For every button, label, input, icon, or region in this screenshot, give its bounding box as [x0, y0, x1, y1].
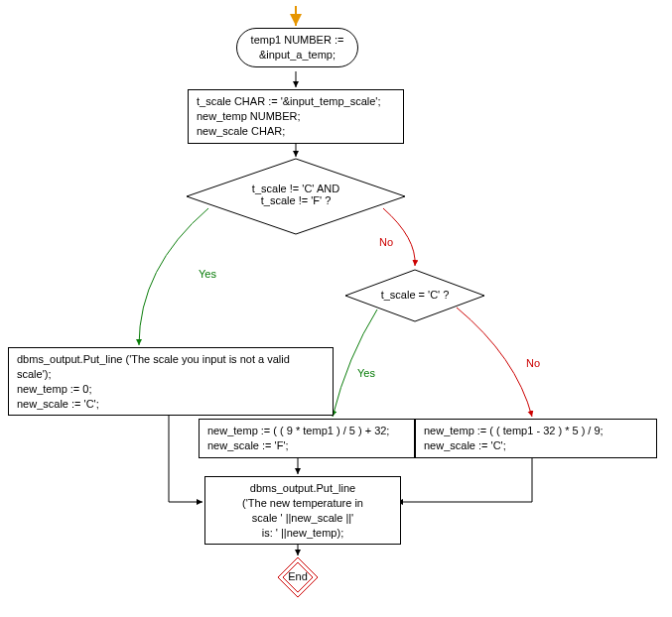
node-declarations: t_scale CHAR := '&input_temp_scale'; new… [188, 89, 404, 144]
node-condition-scale-valid: t_scale != 'C' AND t_scale != 'F' ? [230, 183, 361, 206]
edge-label-no: No [526, 357, 540, 369]
node-end: End [287, 570, 309, 582]
edge-label-no: No [379, 236, 393, 248]
node-text: new_temp := ( ( 9 * temp1 ) / 5 ) + 32; … [207, 425, 389, 451]
node-text: new_temp := ( ( temp1 - 32 ) * 5 ) / 9; … [424, 425, 604, 451]
node-start-declaration: temp1 NUMBER := &input_a_temp; [236, 28, 358, 67]
node-text: temp1 NUMBER := &input_a_temp; [251, 34, 344, 61]
node-condition-is-celsius: t_scale = 'C' ? [369, 289, 461, 301]
edge-label-yes: Yes [199, 268, 216, 280]
node-convert-c-to-f: new_temp := ( ( 9 * temp1 ) / 5 ) + 32; … [199, 419, 415, 458]
node-convert-f-to-c: new_temp := ( ( temp1 - 32 ) * 5 ) / 9; … [415, 419, 657, 458]
node-output: dbms_output.Put_line ('The new temperatu… [204, 476, 401, 545]
node-text: t_scale = 'C' ? [381, 289, 450, 301]
node-text: t_scale CHAR := '&input_temp_scale'; new… [197, 95, 381, 137]
node-text: End [288, 570, 308, 582]
node-text: t_scale != 'C' AND t_scale != 'F' ? [252, 183, 339, 206]
node-text: dbms_output.Put_line ('The new temperatu… [242, 482, 363, 539]
node-text: dbms_output.Put_line ('The scale you inp… [17, 353, 290, 410]
node-invalid-scale: dbms_output.Put_line ('The scale you inp… [8, 347, 334, 416]
edge-label-yes: Yes [357, 367, 375, 379]
